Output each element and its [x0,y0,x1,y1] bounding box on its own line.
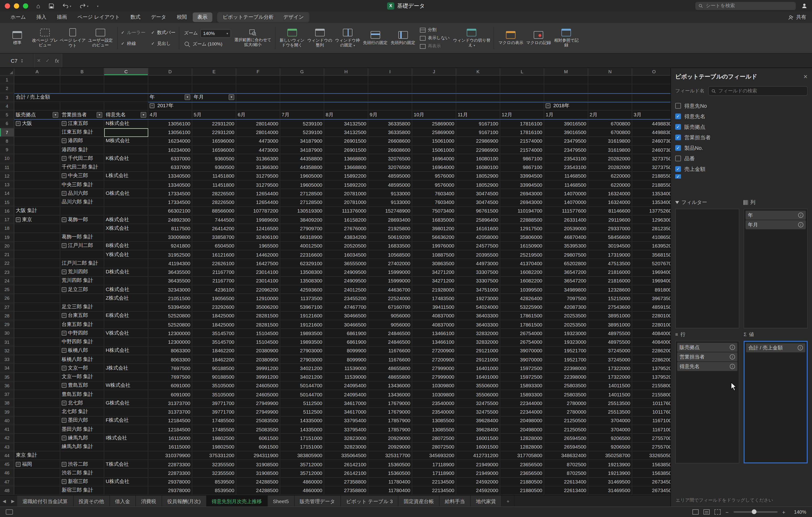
grid-cell[interactable]: 25083500 [236,425,280,434]
grid-cell[interactable]: 23292600 [192,303,236,311]
grid-cell[interactable]: 29378000 [148,478,192,486]
grid-cell[interactable]: 31373700 [148,399,192,408]
row-header[interactable]: 43 [0,442,14,452]
grid-cell[interactable]: 27676000 [324,224,368,233]
grid-cell[interactable]: 17322000 [588,364,632,373]
grid-cell[interactable] [104,338,148,347]
row-header[interactable]: 25 [0,285,14,294]
switch-windows-button[interactable]: ウィンドウの切り替え ▾ [453,24,490,52]
zoom-100-button[interactable]: ズーム (100%) [184,41,231,47]
unhide-button[interactable]: 再表示 [419,43,450,49]
column-header[interactable]: B [60,68,104,76]
grid-cell[interactable]: 8702500 [544,460,588,469]
grid-cell[interactable]: 11468500 [544,181,588,189]
grid-cell[interactable]: 34132500 [324,128,368,137]
grid-cell[interactable]: 15061000 [412,137,456,146]
grid-cell[interactable]: 26943000 [500,198,544,207]
grid-cell[interactable]: 16964000 [412,154,456,163]
grid-cell[interactable]: 9167100 [456,128,500,137]
grid-cell[interactable]: 32076500 [368,154,412,163]
grid-cell[interactable] [14,84,60,93]
grid-cell[interactable]: 22613400 [544,486,588,495]
collapse-icon[interactable]: − [62,479,66,484]
grid-cell[interactable]: 8918000 [632,285,670,294]
grid-cell[interactable] [500,76,544,84]
grid-cell[interactable]: 17861500 [500,311,544,321]
field-item[interactable]: ✓販売拠点 [675,121,808,132]
grid-cell[interactable]: 19121600 [280,311,324,321]
grid-cell[interactable]: 6861900 [324,338,368,347]
grid-cell[interactable]: 18462200 [192,355,236,364]
grid-cell[interactable]: −大阪 [14,119,60,128]
grid-cell[interactable]: 50619200 [368,233,412,242]
grid-cell[interactable] [104,442,148,452]
grid-cell[interactable]: 65202800 [544,259,588,268]
grid-cell[interactable]: 317705800 [500,452,544,460]
column-header[interactable]: D [148,68,192,76]
grid-cell[interactable]: 17485500 [192,416,236,425]
grid-cell[interactable]: 350258700 [588,452,632,460]
row-header[interactable]: 2 [0,84,14,93]
grid-cell[interactable] [104,355,148,364]
field-checkbox[interactable]: ✓ [675,135,681,140]
grid-cell[interactable] [14,442,60,452]
grid-cell[interactable] [14,425,60,434]
grid-cell[interactable]: 合計 / 売上金額 [14,93,148,102]
grid-cell[interactable]: 16401000 [456,373,500,382]
grid-cell[interactable]: 36335800 [368,119,412,128]
sheet-tab[interactable]: 地代家賃 [470,495,502,507]
grid-cell[interactable]: 13340500 [148,172,192,181]
grid-cell[interactable]: 6337000 [148,154,192,163]
grid-cell[interactable]: 23540000 [412,399,456,408]
grid-cell[interactable]: 10月 [412,111,456,119]
grid-cell[interactable]: 10117600 [632,408,670,416]
grid-cell[interactable]: 20380900 [236,347,280,355]
grid-cell[interactable]: 板橋八郎 集計 [60,355,104,364]
grid-cell[interactable]: 34021200 [280,373,324,382]
redo-icon[interactable]: ▾ [80,3,88,8]
filter-dropdown-icon[interactable]: ▾ [229,94,234,100]
grid-cell[interactable]: 42826400 [500,294,544,303]
collapse-icon[interactable]: − [62,139,66,143]
grid-cell[interactable]: 62329100 [280,259,324,268]
grid-cell[interactable]: 5月 [192,111,236,119]
grid-cell[interactable]: 5239100 [280,128,324,137]
grid-cell[interactable]: 26414200 [192,224,236,233]
grid-cell[interactable]: 31908500 [236,460,280,469]
grid-cell[interactable]: 44988300 [632,119,670,128]
grid-cell[interactable]: 20781000 [324,189,368,198]
maximize-window-button[interactable] [23,3,28,8]
row-header[interactable]: 47 [0,478,14,486]
grid-cell[interactable] [60,76,104,84]
info-icon[interactable]: i [798,222,803,227]
grid-cell[interactable] [14,224,60,233]
grid-cell[interactable]: B株式会社 [104,242,148,251]
grid-cell[interactable]: −足立三郎 [60,285,104,294]
grid-cell[interactable]: 販売拠点▾ [14,111,60,119]
grid-cell[interactable] [192,102,236,111]
grid-cell[interactable]: 34187900 [280,137,324,146]
grid-cell[interactable]: −東京 [14,215,60,224]
grid-cell[interactable]: 26142100 [324,460,368,469]
grid-cell[interactable]: 22316600 [280,250,324,259]
grid-cell[interactable]: −墨田六郎 [60,416,104,425]
grid-cell[interactable]: 12300000 [148,338,192,347]
grid-cell[interactable]: 20539000 [544,224,588,233]
grid-cell[interactable]: 20498000 [500,425,544,434]
grid-cell[interactable]: F株式会社 [104,416,148,425]
grid-cell[interactable]: 16596000 [192,137,236,146]
grid-cell[interactable]: 9056000 [368,311,412,321]
grid-cell[interactable]: 39771700 [192,408,236,416]
grid-cell[interactable]: 17857900 [368,416,412,425]
grid-cell[interactable]: 22801000 [632,311,670,321]
grid-cell[interactable]: 26608600 [368,137,412,146]
grid-cell[interactable]: 19802500 [192,442,236,452]
grid-cell[interactable]: 38951000 [588,320,632,329]
grid-cell[interactable]: 26901500 [324,145,368,154]
grid-cell[interactable]: 24095400 [324,390,368,399]
grid-cell[interactable]: 24909500 [324,277,368,285]
ribbon-tab[interactable]: 数式 [125,12,145,22]
grid-cell[interactable]: 22626100 [192,259,236,268]
grid-cell[interactable]: 34271200 [412,268,456,277]
grid-cell[interactable]: 17483500 [412,294,456,303]
